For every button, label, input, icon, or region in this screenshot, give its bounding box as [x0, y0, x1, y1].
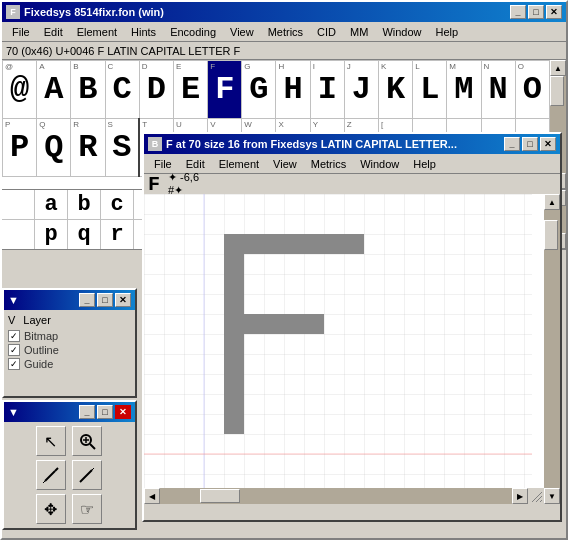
menu-mm[interactable]: MM [344, 24, 374, 40]
close-button[interactable]: ✕ [546, 5, 562, 19]
menu-edit[interactable]: Edit [38, 24, 69, 40]
title-controls: _ □ ✕ [510, 5, 562, 19]
glyph-cell-b[interactable]: b [68, 190, 101, 219]
layers-title-left: ▼ [8, 294, 19, 306]
grid-scroll-up-btn[interactable]: ▲ [544, 194, 560, 210]
pencil-tool[interactable] [36, 460, 66, 490]
glyph-cell-K[interactable]: KK [379, 61, 413, 119]
glyph-cell-R[interactable]: RR [71, 119, 105, 177]
guide-checkbox[interactable]: ✓ [8, 358, 20, 370]
menu-hints[interactable]: Hints [125, 24, 162, 40]
svg-line-4 [45, 471, 55, 481]
menu-encoding[interactable]: Encoding [164, 24, 222, 40]
grid-scroll-right-btn[interactable]: ▶ [512, 488, 528, 504]
layers-title-controls: _ □ ✕ [79, 293, 131, 307]
letter-title-bar: B F at 70 size 16 from Fixedsys LATIN CA… [144, 134, 560, 154]
pencil-icon [42, 466, 60, 484]
layers-title-bar: ▼ _ □ ✕ [4, 290, 135, 310]
grid-scroll-left-btn[interactable]: ◀ [144, 488, 160, 504]
tools-close-btn[interactable]: ✕ [115, 405, 131, 419]
bitmap-label: Bitmap [24, 330, 58, 342]
move-tool[interactable]: ✥ [36, 494, 66, 524]
glyph-cell-c[interactable]: c [101, 190, 134, 219]
menu-file[interactable]: File [6, 24, 36, 40]
scroll-up-button[interactable]: ▲ [550, 60, 566, 76]
glyph-cell-S[interactable]: SS [105, 119, 139, 177]
glyph-cell-B[interactable]: BB [71, 61, 105, 119]
glyph-cell-J[interactable]: JJ [344, 61, 378, 119]
glyph-cell-A[interactable]: AA [37, 61, 71, 119]
svg-line-1 [90, 444, 95, 449]
tools-title-icon: ▼ [8, 406, 19, 418]
knife-tool[interactable] [72, 460, 102, 490]
letter-maximize-btn[interactable]: □ [522, 137, 538, 151]
letter-close-btn[interactable]: ✕ [540, 137, 556, 151]
letter-menu-help[interactable]: Help [407, 156, 442, 172]
tools-panel: ▼ _ □ ✕ ↖ [2, 400, 137, 530]
glyph-cell-F[interactable]: FF [208, 61, 242, 119]
glyph-cell-P[interactable]: PP [3, 119, 37, 177]
glyph-cell-q[interactable]: q [68, 220, 101, 249]
menu-view[interactable]: View [224, 24, 260, 40]
letter-window-title: F at 70 size 16 from Fixedsys LATIN CAPI… [166, 138, 457, 150]
app-icon: F [6, 5, 20, 19]
tools-minimize-btn[interactable]: _ [79, 405, 95, 419]
glyph-cell-N[interactable]: NN [481, 61, 515, 119]
pointer-tool[interactable]: ↖ [36, 426, 66, 456]
glyph-cell-at[interactable]: @@ [3, 61, 37, 119]
scroll-thumb[interactable] [550, 76, 564, 106]
svg-line-6 [43, 481, 45, 483]
letter-menu-file[interactable]: File [148, 156, 178, 172]
glyph-cell-I[interactable]: II [310, 61, 344, 119]
grid-h-scroll-track [160, 488, 512, 504]
letter-menu-view[interactable]: View [267, 156, 303, 172]
menu-element[interactable]: Element [71, 24, 123, 40]
size-grip [528, 488, 544, 504]
letter-coord-x: ✦ -6,6 [168, 171, 199, 184]
menu-help[interactable]: Help [430, 24, 465, 40]
zoom-tool[interactable] [72, 426, 102, 456]
hand-tool[interactable]: ☞ [72, 494, 102, 524]
guide-label: Guide [24, 358, 53, 370]
status-bar: 70 (0x46) U+0046 F LATIN CAPITAL LETTER … [2, 42, 566, 60]
grid-scroll-thumb[interactable] [544, 220, 558, 250]
maximize-button[interactable]: □ [528, 5, 544, 19]
grid-h-scroll-thumb[interactable] [200, 489, 240, 503]
outline-checkbox[interactable]: ✓ [8, 344, 20, 356]
zoom-icon [78, 432, 96, 450]
letter-menu-element[interactable]: Element [213, 156, 265, 172]
tools-title-left: ▼ [8, 406, 19, 418]
letter-menu-metrics[interactable]: Metrics [305, 156, 352, 172]
minimize-button[interactable]: _ [510, 5, 526, 19]
letter-minimize-btn[interactable]: _ [504, 137, 520, 151]
letter-menu-window[interactable]: Window [354, 156, 405, 172]
layers-close-btn[interactable]: ✕ [115, 293, 131, 307]
menu-cid[interactable]: CID [311, 24, 342, 40]
tools-maximize-btn[interactable]: □ [97, 405, 113, 419]
bitmap-checkbox[interactable]: ✓ [8, 330, 20, 342]
letter-menu-edit[interactable]: Edit [180, 156, 211, 172]
layers-minimize-btn[interactable]: _ [79, 293, 95, 307]
layers-maximize-btn[interactable]: □ [97, 293, 113, 307]
glyph-cell-G[interactable]: GG [242, 61, 276, 119]
glyph-cell-Q[interactable]: QQ [37, 119, 71, 177]
glyph-cell-M[interactable]: MM [447, 61, 481, 119]
letter-app-icon: B [148, 137, 162, 151]
grid-editor-area: ▲ ▼ ◀ ▶ [144, 194, 560, 504]
glyph-cell-r[interactable]: r [101, 220, 134, 249]
glyph-cell-space2[interactable] [2, 220, 35, 249]
grid-scroll-down-btn[interactable]: ▼ [544, 488, 560, 504]
svg-line-18 [540, 500, 542, 502]
letter-title-controls: _ □ ✕ [504, 137, 556, 151]
glyph-cell-E[interactable]: EE [173, 61, 207, 119]
glyph-cell-backtick[interactable] [2, 190, 35, 219]
glyph-cell-D[interactable]: DD [139, 61, 173, 119]
glyph-cell-L[interactable]: LL [413, 61, 447, 119]
menu-metrics[interactable]: Metrics [262, 24, 309, 40]
glyph-cell-p[interactable]: p [35, 220, 68, 249]
glyph-cell-O[interactable]: OO [515, 61, 549, 119]
glyph-cell-C[interactable]: CC [105, 61, 139, 119]
glyph-cell-a[interactable]: a [35, 190, 68, 219]
menu-window[interactable]: Window [376, 24, 427, 40]
glyph-cell-H[interactable]: HH [276, 61, 310, 119]
